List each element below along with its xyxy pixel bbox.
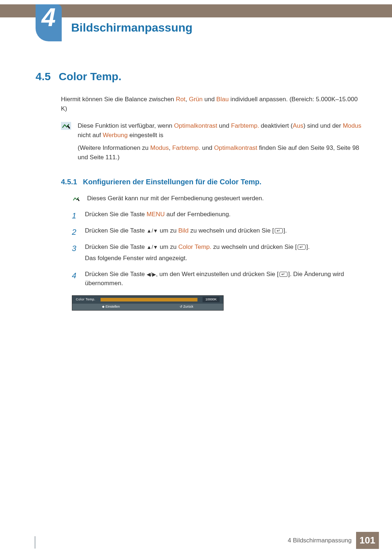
text: (Weitere Informationen zu bbox=[78, 144, 150, 151]
text: Das folgende Fenster wird angezeigt. bbox=[85, 254, 310, 263]
subsection-heading: 4.5.1Konfigurieren der Einstellungen für… bbox=[61, 176, 364, 187]
term: Optimalkontrast bbox=[174, 122, 217, 129]
text: Drücken Sie die Taste bbox=[85, 211, 147, 218]
margin-mark bbox=[34, 536, 36, 549]
osd-value: 10000K bbox=[203, 297, 220, 303]
step-2: 2 Drücken Sie die Taste ▲/▼ um zu Bild z… bbox=[72, 226, 364, 238]
text: ) sind und der bbox=[303, 122, 343, 129]
text: und bbox=[217, 122, 231, 129]
text: ]. bbox=[283, 227, 287, 234]
text: , um den Wert einzustellen und drücken S… bbox=[156, 271, 279, 278]
osd-window: Color Temp. 10000K ◆ Einstellen ↺ Zurück bbox=[72, 295, 224, 311]
term: Modus bbox=[343, 122, 361, 129]
step-number: 4 bbox=[72, 270, 78, 290]
osd-slider-bar bbox=[101, 298, 197, 301]
term-gruen: Grün bbox=[189, 96, 203, 103]
step-text: Drücken Sie die Taste MENU auf der Fernb… bbox=[85, 210, 230, 222]
note-text: Dieses Gerät kann nur mit der Fernbedien… bbox=[87, 194, 264, 203]
page-footer: 4 Bildschirmanpassung 101 bbox=[288, 532, 379, 549]
subsection-title: Konfigurieren der Einstellungen für die … bbox=[83, 178, 261, 186]
step-number: 3 bbox=[72, 242, 78, 265]
term-blau: Blau bbox=[216, 96, 229, 103]
text: Hiermit können Sie die Balance zwischen bbox=[61, 96, 176, 103]
text: und bbox=[200, 144, 214, 151]
chapter-number: 4 bbox=[42, 4, 56, 31]
term: Aus bbox=[293, 122, 303, 129]
text: Drücken Sie die Taste bbox=[85, 227, 147, 234]
text: Diese Funktion ist verfügbar, wenn bbox=[78, 122, 174, 129]
term: Modus bbox=[150, 144, 169, 151]
text: zu wechseln und drücken Sie [ bbox=[211, 243, 297, 250]
section-intro: Hiermit können Sie die Balance zwischen … bbox=[61, 95, 364, 113]
arrow-up-down-icon: ▲/▼ bbox=[147, 244, 158, 250]
text: auf der Fernbedienung. bbox=[165, 211, 230, 218]
term: Werbung bbox=[103, 132, 128, 139]
text: zu wechseln und drücken Sie [ bbox=[189, 227, 274, 234]
note-icon bbox=[61, 122, 71, 130]
arrow-up-down-icon: ▲/▼ bbox=[147, 228, 158, 234]
text: Drücken Sie die Taste bbox=[85, 243, 147, 250]
step-number: 2 bbox=[72, 226, 78, 238]
section-heading: 4.5 Color Temp. bbox=[36, 68, 364, 85]
term-bild: Bild bbox=[178, 227, 188, 234]
step-4: 4 Drücken Sie die Taste ◀/▶, um den Wert… bbox=[72, 270, 364, 290]
term-menu: MENU bbox=[147, 211, 165, 218]
text: um zu bbox=[158, 227, 178, 234]
osd-label: Color Temp. bbox=[76, 297, 95, 302]
osd-hint-back: ↺ Zurück bbox=[180, 304, 193, 309]
term-colortemp: Color Temp. bbox=[178, 243, 211, 250]
section-number: 4.5 bbox=[36, 68, 51, 85]
step-text: Drücken Sie die Taste ◀/▶, um den Wert e… bbox=[85, 270, 364, 290]
term: Farbtemp. bbox=[231, 122, 259, 129]
page-number: 101 bbox=[356, 532, 379, 549]
term: Farbtemp. bbox=[172, 144, 200, 151]
text: und bbox=[203, 96, 216, 103]
enter-icon bbox=[275, 228, 283, 233]
section-title: Color Temp. bbox=[59, 68, 122, 85]
steps-list: 1 Drücken Sie die Taste MENU auf der Fer… bbox=[72, 210, 364, 290]
osd-row: Color Temp. 10000K bbox=[72, 296, 223, 304]
step-text: Drücken Sie die Taste ▲/▼ um zu Color Te… bbox=[85, 242, 310, 265]
text: deaktiviert ( bbox=[259, 122, 293, 129]
subsection-number: 4.5.1 bbox=[61, 178, 77, 186]
term: Optimalkontrast bbox=[214, 144, 257, 151]
note-icon bbox=[72, 196, 81, 202]
osd-hints: ◆ Einstellen ↺ Zurück bbox=[72, 304, 223, 310]
text: eingestellt is bbox=[128, 132, 163, 139]
text: Drücken Sie die Taste bbox=[85, 271, 147, 278]
footer-text: 4 Bildschirmanpassung bbox=[288, 536, 352, 545]
step-number: 1 bbox=[72, 210, 78, 222]
note-text: Diese Funktion ist verfügbar, wenn Optim… bbox=[78, 121, 364, 165]
enter-icon bbox=[279, 272, 287, 277]
enter-icon bbox=[298, 245, 306, 250]
text: um zu bbox=[158, 243, 178, 250]
chapter-badge: 4 bbox=[36, 4, 62, 41]
term-rot: Rot bbox=[176, 96, 185, 103]
note-inline: Dieses Gerät kann nur mit der Fernbedien… bbox=[72, 194, 364, 203]
osd-hint-adjust: ◆ Einstellen bbox=[102, 304, 120, 309]
step-text: Drücken Sie die Taste ▲/▼ um zu Bild zu … bbox=[85, 226, 287, 238]
text: nicht auf bbox=[78, 132, 103, 139]
step-1: 1 Drücken Sie die Taste MENU auf der Fer… bbox=[72, 210, 364, 222]
arrow-left-right-icon: ◀/▶ bbox=[147, 271, 156, 277]
step-3: 3 Drücken Sie die Taste ▲/▼ um zu Color … bbox=[72, 242, 364, 265]
chapter-title: Bildschirmanpassung bbox=[71, 19, 192, 36]
text: ]. bbox=[306, 243, 310, 250]
note-block: Diese Funktion ist verfügbar, wenn Optim… bbox=[61, 121, 364, 165]
